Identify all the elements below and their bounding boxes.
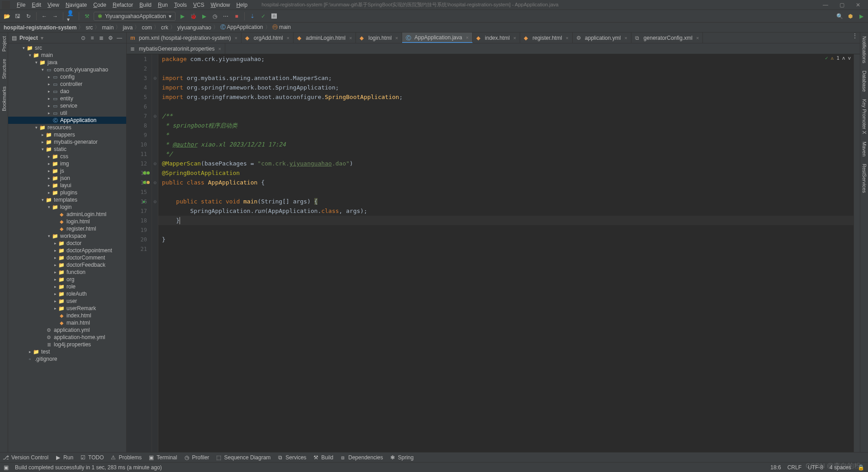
project-tree[interactable]: ▾📁src▾📁main▾📁java▾▭com.crk.yiyuanguahao▸… (8, 43, 126, 452)
search-icon[interactable]: 🔍 (835, 12, 844, 20)
bottom-tab-version-control[interactable]: ⎇Version Control (3, 454, 48, 461)
close-tab-icon[interactable]: × (349, 35, 352, 41)
fold-gutter[interactable]: ⊖⊖⊖⊖⊖ (152, 54, 158, 452)
sync-icon[interactable]: ↻ (24, 12, 33, 20)
tree-item[interactable]: ▸📁doctor (8, 240, 126, 247)
editor-tab[interactable]: ⧉generatorConfig.xml× (631, 33, 703, 43)
breadcrumb-item[interactable]: ⓜ main (272, 24, 291, 31)
ide-settings-icon[interactable]: ⬢ (846, 12, 854, 20)
tree-item[interactable]: ▸📁role (8, 283, 126, 290)
tree-item[interactable]: ▸▭dao (8, 88, 126, 95)
close-tab-icon[interactable]: × (466, 35, 469, 40)
breadcrumb-item[interactable]: java (123, 24, 133, 31)
tree-item[interactable]: ▾📁main (8, 52, 126, 59)
tree-item[interactable]: ▸▭entity (8, 95, 126, 102)
breadcrumb-item[interactable]: crk (161, 24, 168, 31)
profile-icon[interactable]: ◷ (211, 12, 219, 20)
tree-item[interactable]: ▸📁test (8, 348, 126, 355)
settings-icon[interactable]: ⚙ (107, 35, 114, 41)
right-tab-database[interactable]: Database (861, 67, 868, 95)
tree-item[interactable]: ▾📁static (8, 146, 126, 153)
run-anything-icon[interactable]: ▶ (857, 12, 865, 20)
tree-item[interactable]: ▸◆register.html (8, 225, 126, 232)
file-encoding[interactable]: UTF-8 (808, 464, 823, 471)
close-tab-icon[interactable]: × (287, 35, 289, 41)
tree-item[interactable]: ▸▭service (8, 102, 126, 109)
inspection-ok-icon[interactable]: ✓ (825, 55, 828, 61)
code-editor[interactable]: ✓ ⚠1 ʌ v package com.crk.yiyuanguahao; i… (158, 54, 854, 452)
tree-item[interactable]: ▸📁userRemark (8, 305, 126, 312)
menu-vcs[interactable]: VCS (190, 2, 208, 8)
debug-icon[interactable]: 🐞 (189, 12, 197, 20)
left-tab-structure[interactable]: Structure (0, 55, 8, 83)
caret-position[interactable]: 18:6 (770, 464, 781, 471)
menu-navigate[interactable]: Navigate (62, 2, 90, 8)
expand-all-icon[interactable]: ≡ (89, 35, 95, 41)
build-icon[interactable]: ⚒ (83, 12, 91, 20)
breadcrumb-item[interactable]: src (85, 24, 93, 31)
bottom-tab-build[interactable]: ⚒Build (313, 454, 333, 461)
close-button[interactable]: ✕ (850, 2, 866, 8)
tree-item[interactable]: ▸◆main.html (8, 319, 126, 326)
breadcrumb-item[interactable]: yiyuanguahao (177, 24, 211, 31)
error-stripe[interactable] (854, 54, 860, 452)
stop-icon[interactable]: ■ (232, 12, 241, 20)
right-tab-key-promoter-x[interactable]: Key Promoter X (861, 95, 868, 138)
menu-view[interactable]: View (44, 2, 62, 8)
menu-build[interactable]: Build (136, 2, 155, 8)
tree-item[interactable]: ▾📁workspace (8, 232, 126, 240)
coverage-icon[interactable]: ▶ (200, 12, 208, 20)
tree-item[interactable]: ▾📁resources (8, 124, 126, 131)
bottom-tab-problems[interactable]: ⚠Problems (110, 454, 142, 461)
spring-bean-icon[interactable] (143, 181, 150, 184)
close-tab-icon[interactable]: × (696, 35, 699, 41)
menu-run[interactable]: Run (155, 2, 171, 8)
select-opened-file-icon[interactable]: ⊙ (80, 35, 86, 41)
tree-item[interactable]: ▸📁user (8, 297, 126, 305)
editor-tab[interactable]: ◆login.html× (356, 33, 402, 43)
tree-item[interactable]: ▸📁roleAuth (8, 290, 126, 297)
maximize-button[interactable]: ▢ (834, 2, 850, 8)
attach-icon[interactable]: ⋯ (222, 12, 230, 20)
tree-item[interactable]: ▸◆index.html (8, 312, 126, 319)
menu-refactor[interactable]: Refactor (109, 2, 136, 8)
menu-window[interactable]: Window (208, 2, 233, 8)
collapse-all-icon[interactable]: ≣ (98, 35, 104, 41)
breadcrumb-item[interactable]: main (102, 24, 114, 31)
left-tab-project[interactable]: Project (0, 33, 8, 55)
menu-help[interactable]: Help (233, 2, 251, 8)
inspect-down-icon[interactable]: v (848, 55, 851, 61)
bottom-tab-dependencies[interactable]: ⧈Dependencies (340, 454, 383, 461)
close-tab-icon[interactable]: × (234, 35, 237, 41)
menu-edit[interactable]: Edit (28, 2, 44, 8)
tree-item[interactable]: ▸📁mappers (8, 131, 126, 138)
save-all-icon[interactable]: 🖫 (14, 12, 22, 20)
editor-tab[interactable]: ◆orgAdd.html× (242, 33, 294, 43)
right-tab-notifications[interactable]: Notifications (861, 33, 868, 67)
left-tab-bookmarks[interactable]: Bookmarks (0, 83, 8, 115)
open-icon[interactable]: 📂 (3, 12, 11, 20)
tree-item[interactable]: ▸📁json (8, 175, 126, 182)
tree-item[interactable]: ▸▭util (8, 109, 126, 117)
tree-item[interactable]: ▸◆login.html (8, 218, 126, 225)
readonly-lock-icon[interactable]: 🔒 (858, 464, 864, 471)
tree-item[interactable]: ▸📁js (8, 167, 126, 175)
tree-item[interactable]: ▸⚙application.yml (8, 326, 126, 334)
tree-item[interactable]: ▸📁doctorAppointment (8, 247, 126, 254)
back-icon[interactable]: ← (40, 12, 48, 20)
vcs-commit-icon[interactable]: ✓ (259, 12, 267, 20)
run-config-selector[interactable]: ❃ YiyuanguahaoApplication ▾ (94, 12, 175, 21)
bottom-tab-spring[interactable]: ❃Spring (389, 454, 414, 461)
tree-item[interactable]: ▸📁mybatis-generator (8, 138, 126, 146)
right-tab-restservices[interactable]: RestServices (861, 160, 868, 197)
tree-item[interactable]: ▸⚙application-home.yml (8, 334, 126, 341)
bottom-tab-todo[interactable]: ☑TODO (80, 454, 104, 461)
tree-item[interactable]: ▸📁layui (8, 182, 126, 189)
hide-icon[interactable]: — (116, 35, 123, 41)
close-tab-icon[interactable]: × (513, 35, 516, 41)
inspect-up-icon[interactable]: ʌ (842, 55, 845, 61)
tree-item[interactable]: ▸◆adminLogin.html (8, 211, 126, 218)
editor-tab[interactable]: ◆register.html× (520, 33, 573, 43)
forward-icon[interactable]: → (51, 12, 59, 20)
close-tab-icon[interactable]: × (566, 35, 569, 41)
